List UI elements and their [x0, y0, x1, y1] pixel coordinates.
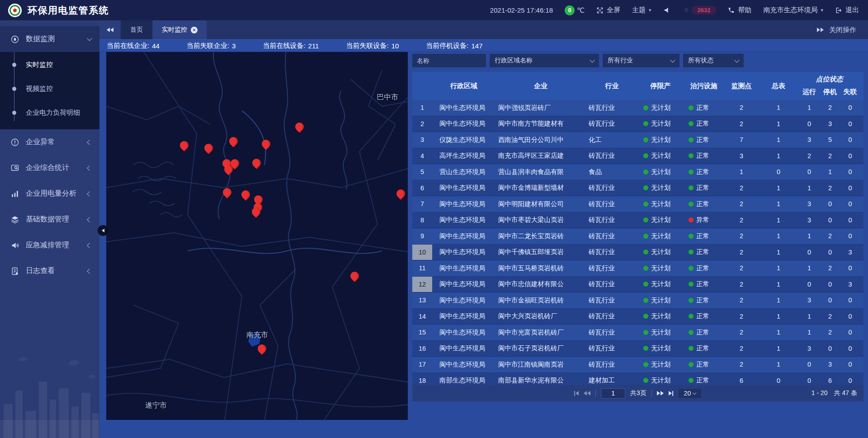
facility-status-label: 正常: [696, 328, 709, 337]
cell-lost-count: 3: [840, 277, 860, 292]
sidebar-item-3[interactable]: 企业用电量分析: [0, 181, 99, 207]
facility-status-label: 正常: [696, 151, 709, 160]
tab-0[interactable]: 首页: [121, 20, 152, 39]
status-dot-green: [689, 121, 693, 126]
table-row[interactable]: 16阆中生态环境局阆中市石子页岩机砖厂砖瓦行业无计划正常21300: [412, 341, 863, 357]
cell-company: 阆中千佛镇五郎垭页岩: [495, 245, 586, 260]
triangle-left-icon: [576, 391, 579, 396]
temperature-unit: ℃: [577, 6, 585, 14]
table-row[interactable]: 10阆中生态环境局阆中千佛镇五郎垭页岩砖瓦行业无计划正常21003: [412, 245, 863, 261]
cell-stop-count: 0: [820, 292, 840, 308]
cell-region: 阆中生态环境局: [432, 212, 495, 228]
tabs-scroll-left-button[interactable]: [99, 20, 120, 39]
cell-company: 阆中市江南镇阆南页岩: [495, 357, 586, 372]
table-row[interactable]: 14阆中生态环境局阆中大兴页岩机砖厂砖瓦行业无计划正常21120: [412, 309, 863, 325]
total-pages-label: 共3页: [630, 389, 646, 397]
submenu-item-0[interactable]: 实时监控: [0, 53, 99, 77]
page-number-input[interactable]: [601, 388, 625, 399]
fullscreen-button[interactable]: 全屏: [596, 6, 620, 14]
table-row[interactable]: 2阆中生态环境局阆中市南方节能建材有砖瓦行业无计划正常21030: [412, 116, 863, 132]
col-run: 运行: [799, 84, 820, 100]
first-page-button[interactable]: [574, 391, 579, 396]
body-row: 巴中市南充市遂宁市 行政区域名称 所有行业: [99, 52, 868, 438]
table-row[interactable]: 17阆中生态环境局阆中市江南镇阆南页岩砖瓦行业无计划正常21030: [412, 357, 863, 373]
alarm-indicator[interactable]: 2632: [683, 6, 717, 14]
table-row[interactable]: 9阆中生态环境局阆中市二龙长宝页岩砖砖瓦行业无计划正常21120: [412, 228, 863, 245]
tabs-scroll-right-button[interactable]: [817, 28, 824, 32]
table-row[interactable]: 18南部生态环境局南部县新华水泥有限公建材加工无计划正常60060: [412, 373, 863, 386]
org-dropdown[interactable]: 南充市生态环境局 ▾: [763, 6, 823, 14]
submenu-item-2[interactable]: 企业电力负荷明细: [0, 101, 99, 125]
table-row[interactable]: 12阆中生态环境局阆中市忠信建材有限公砖瓦行业无计划正常21003: [412, 277, 863, 293]
cell-stop-count: 2: [820, 309, 840, 325]
table-row[interactable]: 11阆中生态环境局阆中市五马桥页岩机砖砖瓦行业无计划正常21120: [412, 260, 863, 277]
panel-collapse-button[interactable]: [98, 225, 108, 236]
facility-status-label: 正常: [696, 119, 709, 128]
cell-run-count: 1: [799, 228, 820, 244]
cell-stop-count: 0: [820, 341, 840, 357]
table-row[interactable]: 15阆中生态环境局阆中市光富页岩机砖厂砖瓦行业无计划正常21120: [412, 325, 863, 341]
fullscreen-icon: [596, 7, 604, 14]
region-filter-select[interactable]: 行政区域名称: [490, 54, 599, 67]
sidebar-item-4[interactable]: 基础数据管理: [0, 207, 99, 232]
close-icon[interactable]: ×: [191, 27, 198, 33]
cell-industry: 化工: [586, 132, 638, 148]
cell-region: 阆中生态环境局: [432, 260, 495, 276]
table-row[interactable]: 4高坪生态环境局南充市高坪区王家店建砖瓦行业无计划正常31220: [412, 148, 863, 165]
cell-company: 阆中市金博瑞新型墙材: [495, 180, 586, 196]
col-meter: 总表: [758, 72, 799, 100]
cell-lost-count: 0: [840, 260, 860, 276]
table-row[interactable]: 1阆中生态环境局阆中强锐页岩砖厂砖瓦行业无计划正常21120: [412, 100, 863, 116]
cell-limit-status: 无计划: [638, 373, 683, 386]
last-page-button[interactable]: [669, 391, 673, 396]
status-dot-green: [643, 202, 648, 207]
next-page-button[interactable]: [657, 391, 664, 396]
cell-stop-count: 2: [820, 228, 840, 244]
logout-button[interactable]: 退出: [835, 6, 859, 14]
sidebar-item-6[interactable]: 日志查看: [0, 258, 99, 284]
table-row[interactable]: 7阆中生态环境局阆中明阳建材有限公司砖瓦行业无计划正常21300: [412, 196, 863, 212]
cell-run-count: 3: [799, 196, 820, 212]
submenu-item-1[interactable]: 视频监控: [0, 77, 99, 101]
cell-limit-status: 无计划: [638, 132, 683, 148]
cell-lost-count: 0: [840, 357, 860, 372]
cell-run-count: 1: [799, 309, 820, 325]
page-size-select[interactable]: 20: [678, 388, 702, 399]
cell-monitor-count: 2: [725, 325, 758, 340]
col-region: 行政区域: [432, 72, 495, 100]
table-row[interactable]: 13阆中生态环境局阆中市金福旺页岩机砖砖瓦行业无计划正常21300: [412, 292, 863, 309]
stat-value: 147: [472, 42, 483, 50]
name-filter-input[interactable]: [412, 54, 486, 67]
status-filter-select[interactable]: 所有状态: [683, 54, 744, 67]
map-panel[interactable]: 巴中市南充市遂宁市: [106, 52, 408, 420]
facility-status-label: 正常: [696, 168, 709, 176]
table-row[interactable]: 3仪陇生态环境局西南油气田分公司川中化工无计划正常71350: [412, 132, 863, 148]
table-row[interactable]: 6阆中生态环境局阆中市金博瑞新型墙材砖瓦行业无计划正常21120: [412, 180, 863, 197]
status-dot-green: [689, 153, 693, 158]
cell-meter-count: 1: [758, 132, 799, 148]
facility-status-label: 正常: [696, 360, 709, 369]
status-dot-green: [643, 137, 648, 142]
sidebar-item-0[interactable]: 数据监测: [0, 26, 99, 52]
tab-1[interactable]: 实时监控×: [153, 20, 207, 39]
speaker-icon[interactable]: [663, 6, 671, 14]
submenu: 实时监控视频监控企业电力负荷明细: [0, 52, 99, 129]
cell-run-count: 1: [799, 325, 820, 340]
stat-label: 当前停机设备:: [426, 42, 468, 50]
sidebar-item-2[interactable]: 企业综合统计: [0, 155, 99, 181]
logout-label: 退出: [845, 6, 859, 14]
limit-status-label: 无计划: [651, 184, 671, 192]
table-row[interactable]: 8阆中生态环境局阆中市枣碧大梁山页岩砖瓦行业无计划异常21300: [412, 212, 863, 229]
help-button[interactable]: 帮助: [728, 6, 751, 14]
close-operations-button[interactable]: 关闭操作: [829, 26, 856, 34]
industry-filter-select[interactable]: 所有行业: [603, 54, 679, 67]
cell-industry: 食品: [586, 164, 638, 180]
limit-status-label: 无计划: [651, 248, 671, 256]
pagination-controls: 共3页 20: [574, 388, 702, 399]
prev-page-button[interactable]: [584, 391, 590, 396]
sidebar-item-1[interactable]: 企业异常: [0, 129, 99, 155]
sidebar-item-5[interactable]: 应急减排管理: [0, 232, 99, 258]
table-row[interactable]: 5营山生态环境局营山县润丰肉食品有限食品无计划正常10010: [412, 164, 863, 180]
theme-dropdown[interactable]: 主题 ▾: [632, 6, 651, 14]
temperature: 0 ℃: [565, 5, 585, 15]
